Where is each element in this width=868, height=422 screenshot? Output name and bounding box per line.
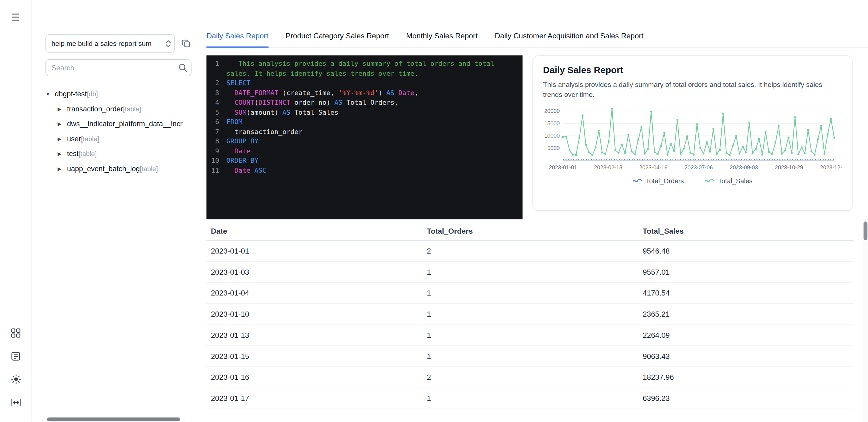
table-cell: 1 [422, 283, 638, 303]
sql-code-lines: 1-- This analysis provides a daily summa… [207, 59, 522, 175]
table-cell: 6396.23 [638, 388, 854, 409]
table-cell: 1 [422, 388, 638, 409]
table-cell: 1 [422, 325, 638, 345]
report-tabs: Daily Sales ReportProduct Category Sales… [204, 25, 868, 48]
code-line: 7 transaction_order [207, 127, 522, 137]
tab-daily-sales-report[interactable]: Daily Sales Report [207, 25, 268, 48]
svg-text:20000: 20000 [544, 108, 560, 114]
table-cell: 2023-01-15 [207, 346, 422, 366]
svg-text:2023-04-16: 2023-04-16 [639, 164, 668, 171]
tree-item-test[interactable]: ▶test[table] [45, 146, 191, 161]
table-cell: 2023-01-13 [207, 325, 422, 345]
table-tag: [table] [81, 135, 99, 143]
tab-daily-customer-acquisition-and-sales-report[interactable]: Daily Customer Acquisition and Sales Rep… [495, 25, 644, 48]
sql-editor[interactable]: 1-- This analysis provides a daily summa… [207, 55, 522, 219]
db-tag: [db] [87, 90, 98, 98]
table-cell: 2023-01-04 [207, 283, 422, 303]
table-row: 2023-01-0319557.01 [207, 262, 854, 283]
table-cell: 2023-01-10 [207, 304, 422, 325]
vertical-scrollbar-thumb[interactable] [864, 221, 867, 240]
table-cell: 2023-01-03 [207, 262, 422, 282]
caret-right-icon: ▶ [58, 136, 67, 141]
column-header-date: Date [207, 221, 422, 240]
table-cell: 4170.54 [638, 283, 854, 303]
tree-item-dbgpt-test[interactable]: ▼ dbgpt-test[db] [45, 86, 191, 101]
legend-label: Total_Orders [646, 177, 684, 185]
tab-product-category-sales-report[interactable]: Product Category Sales Report [285, 25, 389, 48]
copy-icon[interactable] [181, 38, 192, 49]
table-cell: 2023-01-16 [207, 367, 422, 388]
chart-subtitle: This analysis provides a daily summary o… [543, 80, 842, 100]
legend-label: Total_Sales [718, 177, 753, 185]
table-cell: 9063.43 [638, 346, 854, 366]
chart-legend: Total_OrdersTotal_Sales [543, 177, 842, 185]
table-row: 2023-01-16218237.96 [207, 367, 854, 388]
caret-down-icon: ▼ [45, 91, 55, 97]
table-cell: 1 [422, 304, 638, 325]
svg-text:10000: 10000 [544, 133, 560, 139]
svg-text:15000: 15000 [544, 120, 560, 127]
stepper-arrows-icon[interactable] [165, 39, 171, 50]
svg-text:2023-07-06: 2023-07-06 [684, 164, 713, 171]
code-line: 11 Date ASC [207, 166, 522, 175]
rail-bottom [10, 327, 22, 409]
table-row: 2023-01-1012365.21 [207, 304, 854, 325]
tree-item-dws-indicator-platform-data-incr[interactable]: ▶dws__indicator_platform_data__incr [45, 116, 191, 131]
app-window: ☰ help me build a sales report sum [0, 0, 868, 422]
tree-item-transaction-order[interactable]: ▶transaction_order[table] [45, 101, 191, 117]
document-icon[interactable] [10, 350, 22, 362]
tree-label: user [67, 134, 81, 143]
theme-icon[interactable] [10, 373, 22, 385]
tree-item-uapp-event-batch-log[interactable]: ▶uapp_event_batch_log[table] [45, 161, 191, 176]
prompt-select-value: help me build a sales report sum [52, 39, 152, 48]
chart-title: Daily Sales Report [543, 65, 842, 76]
menu-icon[interactable]: ☰ [10, 11, 22, 23]
table-cell: 2365.21 [638, 304, 854, 325]
legend-item-total-orders[interactable]: Total_Orders [632, 177, 684, 185]
legend-item-total-sales[interactable]: Total_Sales [705, 177, 753, 185]
svg-text:5000: 5000 [548, 145, 560, 152]
table-cell: 1 [422, 346, 638, 366]
tree-label: dws__indicator_platform_data__incr [67, 120, 183, 128]
legend-squiggle-icon [705, 178, 715, 184]
table-cell: 2 [422, 367, 638, 388]
code-line: 1-- This analysis provides a daily summa… [207, 59, 522, 79]
horizontal-scrollbar-thumb[interactable] [47, 418, 180, 421]
fit-width-icon[interactable] [10, 396, 22, 409]
table-row: 2023-01-1716396.23 [207, 388, 854, 409]
table-tag: [table] [140, 165, 158, 173]
tree-item-user[interactable]: ▶user[table] [45, 131, 191, 146]
table-row: 2023-01-0129546.48 [207, 241, 854, 262]
tab-monthly-sales-report[interactable]: Monthly Sales Report [406, 25, 478, 48]
result-table: DateTotal_OrdersTotal_Sales 2023-01-0129… [207, 221, 854, 409]
svg-text:2023-10-29: 2023-10-29 [775, 164, 803, 171]
code-line: 8GROUP BY [207, 137, 522, 146]
tree-label: test [67, 149, 79, 158]
chart-card: Daily Sales Report This analysis provide… [532, 55, 852, 211]
prompt-select[interactable]: help me build a sales report sum [45, 34, 175, 53]
table-cell: 9546.48 [638, 241, 854, 262]
table-cell: 2023-01-17 [207, 388, 422, 409]
left-rail: ☰ [0, 0, 32, 422]
tree-label: dbgpt-test [55, 90, 87, 98]
sidebar: help me build a sales report sum ▼ dbgpt… [32, 0, 204, 422]
column-header-total-orders: Total_Orders [422, 221, 638, 240]
vertical-scrollbar [863, 219, 868, 422]
table-row: 2023-01-1519063.43 [207, 346, 854, 367]
table-tag: [table] [123, 105, 141, 113]
table-cell: 2264.09 [638, 325, 854, 345]
code-line: 10ORDER BY [207, 156, 522, 166]
column-header-total-sales: Total_Sales [638, 221, 854, 240]
table-cell: 18237.96 [638, 367, 854, 388]
table-cell: 2 [422, 241, 638, 262]
caret-right-icon: ▶ [58, 106, 67, 111]
tree-label: uapp_event_batch_log [67, 164, 140, 173]
apps-grid-icon[interactable] [10, 327, 22, 339]
search-input[interactable] [45, 59, 191, 77]
result-table-body: 2023-01-0129546.482023-01-0319557.012023… [207, 241, 854, 409]
table-row: 2023-01-1312264.09 [207, 325, 854, 346]
sales-chart-svg: 50001000015000200002023-01-012023-02-182… [543, 102, 842, 175]
table-row: 2023-01-0414170.54 [207, 283, 854, 304]
search-icon[interactable] [178, 63, 188, 75]
table-tag: [table] [79, 150, 97, 157]
